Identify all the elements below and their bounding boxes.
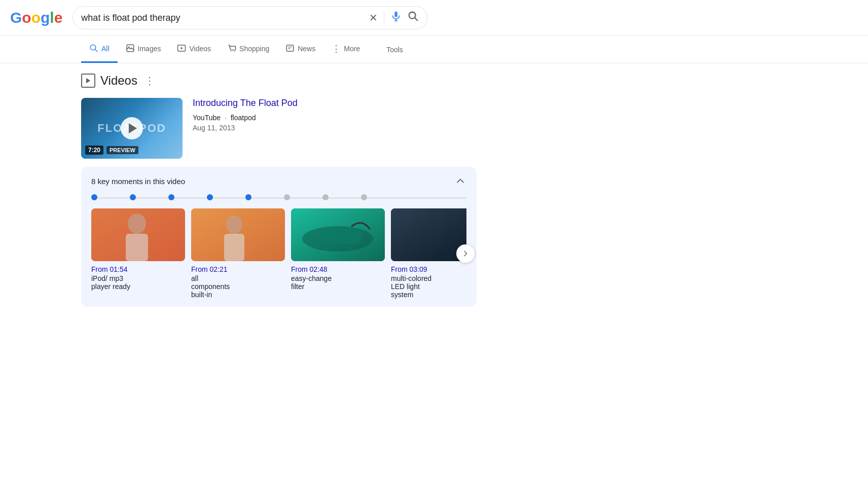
- scroll-next-button[interactable]: [456, 244, 475, 263]
- video-info: Introducing The Float Pod YouTube · floa…: [193, 98, 477, 159]
- moment-label-2: allcomponentsbuilt-in: [191, 274, 285, 299]
- header: Google ✕: [0, 0, 868, 36]
- dot-1[interactable]: [91, 194, 97, 200]
- svg-rect-0: [395, 12, 398, 17]
- video-date: Aug 11, 2013: [193, 124, 477, 132]
- logo-o1: o: [22, 9, 31, 26]
- timeline-dots: [91, 194, 466, 200]
- clear-icon[interactable]: ✕: [369, 12, 378, 24]
- dot-separator: ·: [225, 114, 229, 122]
- svg-point-17: [128, 213, 146, 234]
- moment-time-3: From 02:48: [291, 265, 385, 273]
- collapse-icon[interactable]: [454, 175, 466, 187]
- key-moments-title: 8 key moments in this video: [91, 177, 185, 186]
- moment-card-3[interactable]: From 02:48 easy-changefilter: [291, 208, 385, 299]
- shopping-icon: [227, 44, 236, 54]
- logo-o2: o: [31, 9, 41, 26]
- moment-card-1[interactable]: From 01:54 iPod/ mp3player ready: [91, 208, 185, 299]
- tab-more[interactable]: ⋮ More: [323, 36, 368, 63]
- search-bar[interactable]: ✕: [73, 6, 427, 29]
- dot-5[interactable]: [245, 194, 251, 200]
- moment-thumb-3: [291, 208, 385, 261]
- svg-line-6: [95, 49, 97, 52]
- key-moments: 8 key moments in this video: [81, 167, 477, 307]
- tab-news[interactable]: News: [277, 37, 323, 63]
- tab-videos[interactable]: Videos: [169, 37, 219, 63]
- videos-icon: [177, 44, 186, 54]
- dot-4[interactable]: [207, 194, 213, 200]
- moment-time-4: From 03:09: [391, 265, 466, 273]
- dot-6[interactable]: [284, 194, 290, 200]
- video-card: FLOATPOD 7:20 PREVIEW Introducing The Fl…: [81, 98, 477, 159]
- video-duration: 7:20: [85, 146, 103, 155]
- moment-thumb-4: [391, 208, 466, 261]
- moment-time-2: From 02:21: [191, 265, 285, 273]
- tab-tools-label: Tools: [386, 46, 403, 54]
- logo-g2: g: [41, 9, 50, 26]
- tab-all-label: All: [101, 45, 110, 53]
- timeline: [91, 194, 466, 200]
- dot-2[interactable]: [130, 194, 136, 200]
- tab-videos-label: Videos: [189, 45, 211, 53]
- svg-rect-12: [286, 45, 294, 51]
- moments-container: From 01:54 iPod/ mp3player ready: [91, 208, 466, 299]
- moment-label-1: iPod/ mp3player ready: [91, 274, 185, 291]
- svg-point-20: [226, 216, 242, 234]
- svg-rect-25: [391, 208, 466, 261]
- tab-all[interactable]: All: [81, 37, 118, 63]
- videos-section-title: Videos: [100, 74, 137, 88]
- svg-rect-24: [321, 229, 362, 244]
- svg-rect-21: [224, 234, 244, 261]
- tab-images[interactable]: Images: [118, 37, 169, 63]
- dot-8[interactable]: [361, 194, 367, 200]
- play-arrow-icon: [129, 123, 137, 133]
- moment-card-2[interactable]: From 02:21 allcomponentsbuilt-in: [191, 208, 285, 299]
- channel-name: floatpod: [231, 114, 256, 122]
- moment-time-1: From 01:54: [91, 265, 185, 273]
- videos-section-icon: [81, 74, 95, 88]
- dot-3[interactable]: [168, 194, 174, 200]
- moments-row: From 01:54 iPod/ mp3player ready: [91, 208, 466, 299]
- images-icon: [126, 44, 135, 54]
- logo-g: G: [10, 9, 22, 26]
- play-button[interactable]: [121, 117, 143, 139]
- tab-more-label: More: [344, 45, 360, 53]
- tab-shopping[interactable]: Shopping: [219, 37, 277, 63]
- tab-images-label: Images: [138, 45, 161, 53]
- news-icon: [285, 44, 295, 54]
- section-header: Videos ⋮: [81, 74, 477, 88]
- key-moments-header: 8 key moments in this video: [91, 175, 466, 187]
- search-input[interactable]: [81, 13, 364, 23]
- svg-point-10: [230, 51, 231, 52]
- tab-shopping-label: Shopping: [239, 45, 269, 53]
- search-icons: ✕: [369, 11, 419, 25]
- svg-marker-15: [86, 78, 90, 84]
- tab-tools[interactable]: Tools: [378, 39, 411, 61]
- tab-news-label: News: [298, 45, 315, 53]
- search-submit-icon[interactable]: [408, 11, 419, 25]
- nav-tabs: All Images Videos Shopping: [0, 36, 868, 63]
- logo-e: e: [54, 9, 63, 26]
- moment-thumb-1: [91, 208, 185, 261]
- moment-card-4[interactable]: From 03:09 multi-coloredLED lightsystem: [391, 208, 466, 299]
- preview-label: PREVIEW: [106, 146, 138, 154]
- video-thumbnail[interactable]: FLOATPOD 7:20 PREVIEW: [81, 98, 183, 159]
- moment-label-3: easy-changefilter: [291, 274, 385, 291]
- google-logo: Google: [10, 9, 62, 26]
- mic-icon[interactable]: [390, 11, 402, 25]
- more-dots-icon: ⋮: [332, 43, 341, 54]
- video-source: YouTube · floatpod: [193, 114, 477, 122]
- section-more-icon[interactable]: ⋮: [144, 75, 155, 87]
- video-badge: 7:20 PREVIEW: [85, 146, 138, 155]
- dot-7[interactable]: [322, 194, 329, 200]
- moment-label-4: multi-coloredLED lightsystem: [391, 274, 466, 299]
- svg-point-11: [234, 51, 235, 52]
- video-title[interactable]: Introducing The Float Pod: [193, 98, 477, 109]
- logo-l: l: [50, 9, 54, 26]
- source-name: YouTube: [193, 114, 221, 122]
- main-content: Videos ⋮ FLOATPOD 7:20 PREVIEW Introduci…: [0, 63, 558, 327]
- divider: [384, 12, 384, 24]
- all-icon: [89, 44, 98, 54]
- moment-thumb-2: [191, 208, 285, 261]
- svg-rect-18: [126, 234, 148, 261]
